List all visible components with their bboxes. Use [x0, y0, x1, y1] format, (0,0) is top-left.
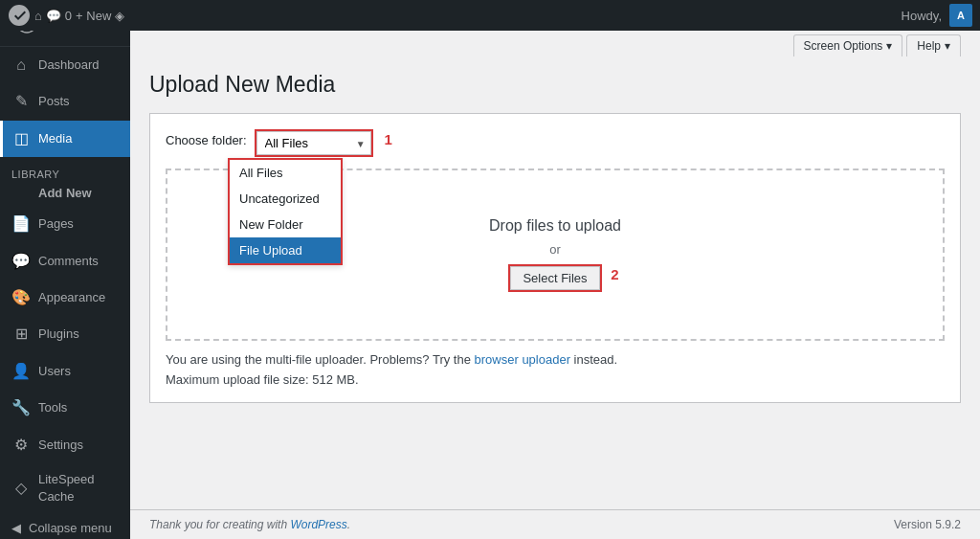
folder-dropdown: All Files Uncategorized New Folder File …	[228, 158, 343, 265]
dropdown-item-uncategorized[interactable]: Uncategorized	[230, 186, 341, 212]
collapse-label: Collapse menu	[29, 521, 112, 535]
topbar-left: ⌂ 💬 0 + New ◈	[8, 4, 490, 27]
topbar: ⌂ 💬 0 + New ◈ Howdy, A	[0, 0, 980, 31]
sidebar-label-media: Media	[38, 130, 72, 147]
sidebar-item-tools[interactable]: 🔧 Tools	[0, 390, 130, 426]
wp-logo-btn[interactable]	[8, 4, 31, 27]
sidebar-label-comments: Comments	[38, 253, 99, 270]
choose-folder-row: Choose folder: All Files Uncategorized N…	[166, 129, 945, 157]
customize-icon[interactable]: ◈	[115, 9, 124, 23]
users-icon: 👤	[11, 361, 31, 382]
or-text: or	[549, 242, 561, 257]
main-wrapper: Screen Options ▾ Help ▾ Upload New Media…	[130, 0, 980, 539]
badge-1: 1	[385, 131, 392, 147]
comments-icon: 💬	[11, 251, 31, 272]
dropdown-item-all[interactable]: All Files	[230, 160, 341, 186]
folder-select[interactable]: All Files Uncategorized New Folder File …	[256, 131, 371, 155]
sidebar-label-pages: Pages	[38, 215, 74, 233]
footer-right: Version 5.9.2	[894, 518, 961, 531]
sidebar-item-comments[interactable]: 💬 Comments	[0, 243, 130, 280]
badge-2: 2	[611, 266, 618, 282]
sidebar-item-appearance[interactable]: 🎨 Appearance	[0, 280, 130, 316]
sidebar-label-litespeed: LiteSpeed Cache	[38, 471, 119, 505]
choose-folder-label: Choose folder:	[166, 129, 247, 147]
drop-files-text: Drop files to upload	[489, 217, 621, 235]
dashboard-icon: ⌂	[11, 55, 31, 76]
sidebar-item-dashboard[interactable]: ⌂ Dashboard	[0, 47, 130, 83]
library-section-label: Library	[0, 157, 130, 184]
pages-icon: 📄	[11, 213, 31, 235]
comment-icon[interactable]: 💬 0	[46, 9, 72, 23]
top-buttons-bar: Screen Options ▾ Help ▾	[130, 31, 980, 56]
uploader-note-suffix: instead.	[570, 352, 617, 367]
file-size-note: Maximum upload file size: 512 MB.	[166, 372, 945, 387]
sidebar-label-dashboard: Dashboard	[38, 56, 100, 74]
page-title: Upload New Media	[149, 72, 961, 98]
select-files-button[interactable]: Select Files	[510, 266, 599, 290]
version-text: Version 5.9.2	[894, 518, 961, 531]
sidebar-item-litespeed[interactable]: ◇ LiteSpeed Cache	[0, 463, 130, 513]
user-avatar[interactable]: A	[949, 4, 972, 27]
footer: Thank you for creating with WordPress. V…	[130, 509, 980, 539]
posts-icon: ✎	[11, 91, 31, 112]
collapse-icon: ◀	[11, 521, 21, 535]
help-arrow-icon: ▾	[945, 39, 950, 53]
litespeed-icon: ◇	[11, 478, 31, 499]
topbar-right: Howdy, A	[490, 4, 972, 27]
footer-left: Thank you for creating with WordPress.	[149, 518, 350, 531]
help-button[interactable]: Help ▾	[906, 34, 961, 56]
sidebar-label-plugins: Plugins	[38, 326, 79, 343]
add-new-link[interactable]: Add New	[0, 184, 130, 206]
uploader-note: You are using the multi-file uploader. P…	[166, 352, 945, 367]
sidebar-item-plugins[interactable]: ⊞ Plugins	[0, 316, 130, 352]
comment-count: 0	[65, 9, 72, 23]
sidebar-label-tools: Tools	[38, 399, 67, 416]
sidebar: W ⌂ ⌂ Dashboard ✎ Posts ◫ Media Library …	[0, 0, 130, 539]
wordpress-link[interactable]: WordPress	[290, 518, 346, 531]
browser-uploader-link[interactable]: browser uploader	[475, 352, 570, 367]
sidebar-item-settings[interactable]: ⚙ Settings	[0, 427, 130, 463]
sidebar-label-users: Users	[38, 363, 71, 380]
new-button[interactable]: + New	[76, 9, 111, 23]
sidebar-item-posts[interactable]: ✎ Posts	[0, 83, 130, 120]
howdy-label: Howdy,	[902, 9, 942, 23]
tools-icon: 🔧	[11, 397, 31, 418]
screen-options-label: Screen Options	[804, 39, 883, 53]
media-icon: ◫	[11, 128, 31, 149]
upload-section: Choose folder: All Files Uncategorized N…	[149, 113, 961, 403]
dropdown-item-new-folder[interactable]: New Folder	[230, 212, 341, 237]
help-label: Help	[917, 39, 941, 53]
screen-options-button[interactable]: Screen Options ▾	[793, 34, 903, 56]
settings-icon: ⚙	[11, 435, 31, 456]
plugins-icon: ⊞	[11, 324, 31, 345]
collapse-menu-button[interactable]: ◀ Collapse menu	[0, 513, 130, 539]
footer-thank-you: Thank you for creating with	[149, 518, 290, 531]
home-icon[interactable]: ⌂	[34, 9, 42, 23]
sidebar-label-settings: Settings	[38, 437, 83, 454]
sidebar-label-posts: Posts	[38, 93, 70, 110]
sidebar-item-media[interactable]: ◫ Media	[0, 121, 130, 157]
select-files-wrapper: Select Files	[508, 264, 601, 292]
dropdown-item-file-upload[interactable]: File Upload	[230, 237, 341, 263]
sidebar-item-pages[interactable]: 📄 Pages	[0, 206, 130, 242]
uploader-note-text: You are using the multi-file uploader. P…	[166, 352, 475, 367]
appearance-icon: 🎨	[11, 287, 31, 308]
content-area: Upload New Media Choose folder: All File…	[130, 56, 980, 509]
sidebar-item-users[interactable]: 👤 Users	[0, 353, 130, 390]
screen-options-arrow-icon: ▾	[886, 39, 892, 53]
folder-select-wrapper: All Files Uncategorized New Folder File …	[255, 129, 373, 157]
sidebar-label-appearance: Appearance	[38, 289, 105, 306]
